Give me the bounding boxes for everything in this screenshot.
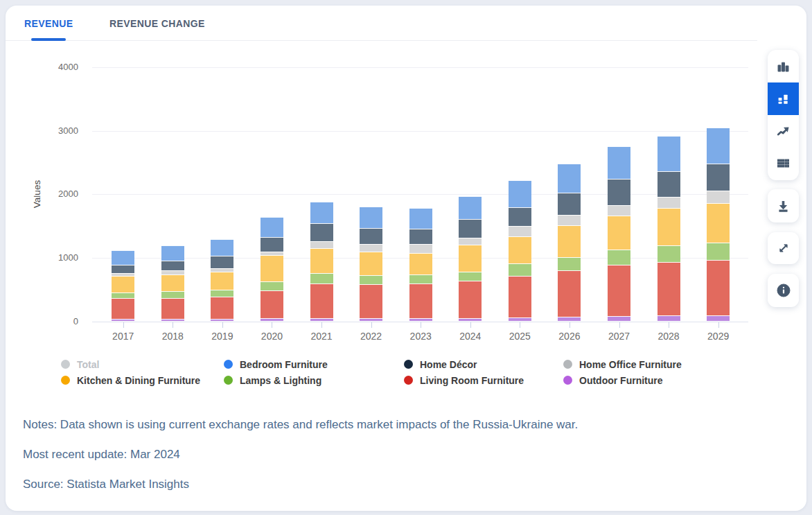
bar-segment[interactable] xyxy=(608,205,630,216)
bar-segment[interactable] xyxy=(657,136,680,171)
bar-segment[interactable] xyxy=(707,260,730,315)
bar-segment[interactable] xyxy=(707,315,730,322)
bar-segment[interactable] xyxy=(360,244,382,252)
bar-segment[interactable] xyxy=(310,223,333,241)
bar-segment[interactable] xyxy=(608,250,630,265)
info-button[interactable] xyxy=(768,274,799,307)
bar-segment[interactable] xyxy=(459,272,482,281)
bar-segment[interactable] xyxy=(657,208,680,245)
bar-segment[interactable] xyxy=(509,263,531,276)
table-button[interactable] xyxy=(768,148,799,180)
bar-segment[interactable] xyxy=(261,290,283,318)
bar-segment[interactable] xyxy=(310,241,333,248)
bar-segment[interactable] xyxy=(558,225,581,258)
legend-item[interactable]: Living Room Furniture xyxy=(404,375,563,386)
bar-segment[interactable] xyxy=(707,128,730,164)
bar-segment[interactable] xyxy=(112,298,134,319)
bar-segment[interactable] xyxy=(608,265,630,315)
bar-segment[interactable] xyxy=(558,257,581,270)
bar-segment[interactable] xyxy=(310,283,333,318)
bar-segment[interactable] xyxy=(161,261,184,270)
bar-segment[interactable] xyxy=(360,284,382,318)
bar-segment[interactable] xyxy=(211,239,233,256)
bar-segment[interactable] xyxy=(211,272,233,290)
bar-segment[interactable] xyxy=(409,253,432,275)
bar-segment[interactable] xyxy=(409,283,432,318)
bar-segment[interactable] xyxy=(509,207,531,226)
bar-segment[interactable] xyxy=(261,217,283,237)
bar-segment[interactable] xyxy=(509,180,531,208)
bar-segment[interactable] xyxy=(409,274,432,283)
bar-segment[interactable] xyxy=(211,319,233,322)
bar-segment[interactable] xyxy=(112,273,134,276)
bar-segment[interactable] xyxy=(409,229,432,244)
bar-segment[interactable] xyxy=(261,237,283,252)
legend-item[interactable]: Home Office Furniture xyxy=(563,359,682,370)
legend-item[interactable]: Total xyxy=(61,359,224,370)
bar-segment[interactable] xyxy=(261,318,283,322)
bar-segment[interactable] xyxy=(161,270,184,274)
bar-segment[interactable] xyxy=(161,291,184,297)
bar-segment[interactable] xyxy=(211,297,233,319)
bar-segment[interactable] xyxy=(707,203,730,243)
bar-segment[interactable] xyxy=(558,317,581,321)
bar-segment[interactable] xyxy=(459,318,482,322)
bar-segment[interactable] xyxy=(360,207,382,228)
legend-item[interactable]: Lamps & Lighting xyxy=(224,375,404,386)
bar-segment[interactable] xyxy=(161,274,184,292)
bar-segment[interactable] xyxy=(657,262,680,315)
bar-segment[interactable] xyxy=(657,171,680,197)
bar-segment[interactable] xyxy=(608,316,630,322)
bar-segment[interactable] xyxy=(161,319,184,321)
bar-segment[interactable] xyxy=(459,245,482,271)
bar-segment[interactable] xyxy=(608,216,630,250)
bar-segment[interactable] xyxy=(608,179,630,205)
bar-segment[interactable] xyxy=(409,208,432,229)
bar-segment[interactable] xyxy=(558,193,581,215)
fullscreen-button[interactable] xyxy=(768,232,799,264)
bar-segment[interactable] xyxy=(161,245,184,261)
bar-segment[interactable] xyxy=(707,191,730,203)
bar-segment[interactable] xyxy=(558,270,581,317)
bar-segment[interactable] xyxy=(459,196,482,219)
bar-segment[interactable] xyxy=(261,255,283,281)
bar-segment[interactable] xyxy=(211,268,233,272)
stacked-bar-chart-button[interactable] xyxy=(768,82,799,115)
bar-segment[interactable] xyxy=(657,315,680,322)
bar-segment[interactable] xyxy=(558,215,581,225)
bar-segment[interactable] xyxy=(112,293,134,298)
bar-segment[interactable] xyxy=(657,245,680,261)
legend-item[interactable]: Kitchen & Dining Furniture xyxy=(61,375,224,386)
bar-segment[interactable] xyxy=(509,317,531,321)
bar-segment[interactable] xyxy=(112,250,134,265)
bar-segment[interactable] xyxy=(211,256,233,268)
bar-segment[interactable] xyxy=(707,243,730,259)
download-button[interactable] xyxy=(768,189,799,222)
bar-segment[interactable] xyxy=(112,265,134,273)
bar-segment[interactable] xyxy=(261,252,283,255)
bar-segment[interactable] xyxy=(211,290,233,297)
legend-item[interactable]: Home Décor xyxy=(404,359,563,370)
bar-segment[interactable] xyxy=(360,252,382,275)
bar-segment[interactable] xyxy=(459,281,482,318)
bar-segment[interactable] xyxy=(509,276,531,317)
bar-segment[interactable] xyxy=(310,318,333,321)
bar-segment[interactable] xyxy=(360,318,382,321)
bar-segment[interactable] xyxy=(608,146,630,180)
bar-segment[interactable] xyxy=(310,273,333,283)
bar-segment[interactable] xyxy=(310,202,333,224)
bar-segment[interactable] xyxy=(161,298,184,320)
bar-segment[interactable] xyxy=(558,164,581,193)
bar-segment[interactable] xyxy=(360,228,382,244)
legend-item[interactable]: Outdoor Furniture xyxy=(563,375,682,386)
bar-segment[interactable] xyxy=(409,318,432,321)
bar-segment[interactable] xyxy=(707,164,730,190)
bar-segment[interactable] xyxy=(509,236,531,263)
bar-chart-button[interactable] xyxy=(768,50,799,82)
bar-segment[interactable] xyxy=(310,248,333,274)
bar-segment[interactable] xyxy=(261,281,283,290)
bar-segment[interactable] xyxy=(112,276,134,292)
bar-segment[interactable] xyxy=(459,219,482,238)
bar-segment[interactable] xyxy=(509,226,531,236)
bar-segment[interactable] xyxy=(409,244,432,252)
